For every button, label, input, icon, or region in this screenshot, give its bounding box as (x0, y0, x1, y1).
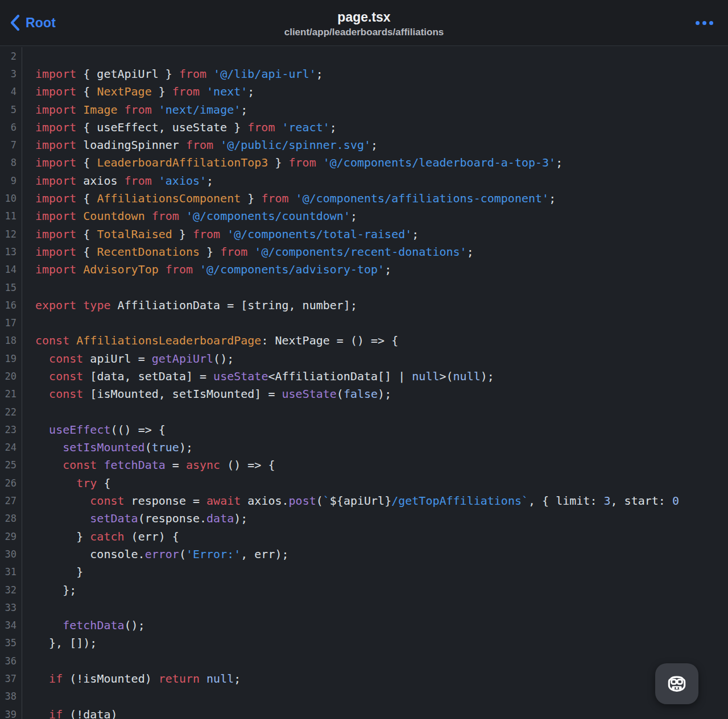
code-line: 7import loadingSpinner from '@/public/sp… (0, 136, 728, 153)
code-line-text: export type AffiliationData = [string, n… (22, 298, 357, 312)
code-line: 18const AffiliationsLeaderboardPage: Nex… (0, 332, 728, 350)
line-number: 7 (0, 136, 22, 153)
code-line-text: if (!data) (22, 708, 118, 719)
code-line-text: import { useEffect, useState } from 'rea… (22, 120, 337, 134)
line-number: 36 (0, 652, 22, 670)
line-number: 39 (0, 705, 22, 719)
chevron-left-icon (10, 14, 20, 31)
code-line: 21 const [isMounted, setIsMounted] = use… (0, 385, 728, 403)
code-line-text: import { getApiUrl } from '@/lib/api-url… (22, 67, 323, 81)
code-line-text: const AffiliationsLeaderboardPage: NextP… (22, 334, 398, 347)
line-number: 8 (0, 154, 22, 172)
line-number: 34 (0, 617, 22, 634)
code-line: 33 (0, 599, 728, 616)
code-line-text: setData(response.data); (22, 512, 247, 525)
line-number: 13 (0, 243, 22, 260)
code-line-text: import Image from 'next/image'; (22, 103, 247, 117)
code-line-text: import { RecentDonations } from '@/compo… (22, 245, 474, 259)
line-number: 27 (0, 492, 22, 509)
back-button[interactable]: Root (10, 0, 56, 45)
line-number: 12 (0, 225, 22, 243)
nav-bar: Root page.tsx client/app/leaderboards/af… (0, 0, 728, 46)
line-number: 20 (0, 367, 22, 385)
line-number: 10 (0, 189, 22, 207)
line-number: 25 (0, 456, 22, 474)
copilot-icon (665, 672, 689, 695)
code-line: 24 setIsMounted(true); (0, 439, 728, 456)
code-line: 26 try { (0, 474, 728, 492)
code-line: 25 const fetchData = async () => { (0, 456, 728, 474)
line-number: 38 (0, 688, 22, 705)
code-line-text: import loadingSpinner from '@/public/spi… (22, 138, 378, 152)
line-number: 2 (0, 47, 22, 65)
line-number: 33 (0, 599, 22, 616)
code-line: 9import axios from 'axios'; (0, 172, 728, 189)
line-number: 31 (0, 563, 22, 581)
code-line: 8import { LeaderboardAffilationTop3 } fr… (0, 154, 728, 172)
code-line: 10import { AffiliationsComponent } from … (0, 189, 728, 207)
code-editor[interactable]: 23import { getApiUrl } from '@/lib/api-u… (0, 46, 728, 719)
line-number: 32 (0, 581, 22, 599)
code-line: 34 fetchData(); (0, 617, 728, 634)
code-line: 4import { NextPage } from 'next'; (0, 83, 728, 101)
more-menu-button[interactable] (696, 0, 713, 45)
code-line: 22 (0, 403, 728, 421)
line-number: 4 (0, 83, 22, 101)
code-line-text: setIsMounted(true); (22, 440, 193, 454)
line-number: 3 (0, 65, 22, 82)
code-line: 36 (0, 652, 728, 670)
code-line: 17 (0, 314, 728, 331)
code-line: 2 (0, 47, 728, 65)
code-line-text: import AdvisoryTop from '@/components/ad… (22, 263, 391, 276)
title-group: page.tsx client/app/leaderboards/affilia… (0, 7, 728, 38)
line-number: 14 (0, 261, 22, 279)
code-line: 30 console.error('Error:', err); (0, 545, 728, 563)
code-line: 39 if (!data) (0, 705, 728, 719)
file-path: client/app/leaderboards/affiliations (284, 27, 444, 38)
code-line-text: } (22, 565, 83, 579)
code-line: 12import { TotalRaised } from '@/compone… (0, 225, 728, 243)
code-line: 38 (0, 688, 728, 705)
code-line: 13import { RecentDonations } from '@/com… (0, 243, 728, 260)
code-line: 14import AdvisoryTop from '@/components/… (0, 261, 728, 279)
code-line: 23 useEffect(() => { (0, 421, 728, 438)
line-number: 30 (0, 545, 22, 563)
line-number: 21 (0, 385, 22, 403)
code-line: 37 if (!isMounted) return null; (0, 670, 728, 687)
code-line: 3import { getApiUrl } from '@/lib/api-ur… (0, 65, 728, 82)
code-line: 20 const [data, setData] = useState<Affi… (0, 367, 728, 385)
code-line-text: const apiUrl = getApiUrl(); (22, 352, 234, 365)
line-number: 24 (0, 439, 22, 456)
code-line-text: try { (22, 476, 110, 490)
copilot-button[interactable] (655, 663, 698, 704)
line-number: 9 (0, 172, 22, 189)
line-number: 29 (0, 527, 22, 545)
code-line-text: fetchData(); (22, 618, 145, 632)
code-line-text: import { AffiliationsComponent } from '@… (22, 192, 556, 205)
code-line-text: if (!isMounted) return null; (22, 672, 241, 685)
code-line-text: }, []); (22, 636, 97, 650)
code-line: 29 } catch (err) { (0, 527, 728, 545)
line-number: 15 (0, 279, 22, 296)
code-line-text: }; (22, 583, 76, 597)
code-line-text: console.error('Error:', err); (22, 547, 289, 561)
code-line: 15 (0, 279, 728, 296)
line-number: 16 (0, 296, 22, 314)
code-line-text: const [isMounted, setIsMounted] = useSta… (22, 387, 391, 401)
line-number: 22 (0, 403, 22, 421)
line-number: 5 (0, 101, 22, 118)
code-line: 5import Image from 'next/image'; (0, 101, 728, 118)
code-line: 32 }; (0, 581, 728, 599)
back-button-label: Root (26, 15, 56, 31)
code-line-text: useEffect(() => { (22, 423, 166, 437)
code-line-text: const response = await axios.post(`${api… (22, 494, 679, 508)
line-number: 23 (0, 421, 22, 438)
file-title: page.tsx (337, 10, 390, 25)
code-line-text: import Countdown from '@/components/coun… (22, 209, 357, 223)
line-number: 28 (0, 510, 22, 527)
ellipsis-icon (696, 21, 713, 25)
line-number: 11 (0, 207, 22, 225)
code-line-text: import axios from 'axios'; (22, 174, 213, 188)
code-line: 11import Countdown from '@/components/co… (0, 207, 728, 225)
code-line-text: const [data, setData] = useState<Affilia… (22, 369, 494, 383)
